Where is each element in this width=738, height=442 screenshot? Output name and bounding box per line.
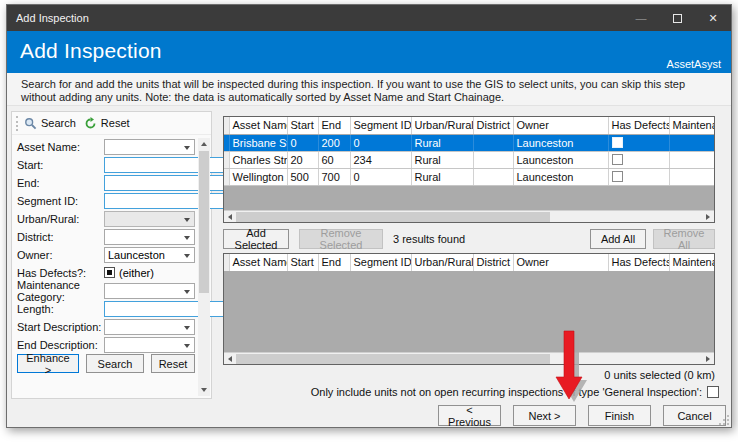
col-start[interactable]: Start [287, 254, 318, 271]
col-maintenance-category[interactable]: Maintenance Category [669, 117, 715, 134]
search-panel: Search Reset Asset Name: Start: [11, 111, 212, 399]
scrollbar-thumb[interactable] [236, 212, 550, 222]
scroll-right-icon[interactable] [702, 353, 714, 365]
scroll-right-icon[interactable] [702, 211, 714, 223]
table-row[interactable]: Wellington Street 500 700 0 Rural Launce… [224, 168, 715, 185]
col-urban-rural[interactable]: Urban/Rural [411, 254, 473, 271]
add-all-button[interactable]: Add All [590, 229, 646, 249]
either-label: (either) [119, 267, 154, 279]
col-has-defects[interactable]: Has Defects? [608, 117, 669, 134]
enhance-button[interactable]: Enhance > [17, 354, 79, 373]
col-district[interactable]: District [473, 254, 513, 271]
maintenance-category-combo[interactable] [104, 283, 195, 299]
panel-buttons: Enhance > Search Reset [17, 354, 195, 373]
panel-search-button[interactable]: Search [86, 354, 144, 373]
results-header-row: Asset Name Start End Segment ID Urban/Ru… [224, 117, 715, 134]
col-start[interactable]: Start [287, 117, 318, 134]
resize-grip-icon[interactable] [719, 415, 729, 425]
finish-button[interactable]: Finish [588, 405, 651, 426]
asset-name-row: Asset Name: [17, 139, 195, 154]
urban-rural-combo [104, 211, 195, 227]
segment-id-label: Segment ID: [17, 195, 104, 207]
has-defects-cell-checkbox[interactable] [612, 171, 623, 182]
col-owner[interactable]: Owner [513, 254, 608, 271]
results-count: 3 results found [393, 233, 465, 245]
grid-action-bar: Add Selected Remove Selected 3 results f… [223, 229, 715, 249]
col-maintenance-category[interactable]: Maintenance Category [669, 254, 715, 271]
table-row[interactable]: Charles Street 20 60 234 Rural Launcesto… [224, 151, 715, 168]
search-icon [24, 117, 37, 130]
scroll-down-icon[interactable] [198, 384, 210, 396]
col-district[interactable]: District [473, 117, 513, 134]
owner-row: Owner: Launceston [17, 247, 195, 262]
end-description-row: End Description: [17, 337, 195, 352]
search-panel-scrollbar[interactable] [198, 138, 210, 396]
scroll-left-icon[interactable] [224, 211, 236, 223]
has-defects-cell-checkbox[interactable] [612, 137, 623, 148]
col-asset-name[interactable]: Asset Name [229, 254, 287, 271]
panel-reset-button[interactable]: Reset [151, 354, 195, 373]
scroll-up-icon[interactable] [198, 138, 210, 150]
segment-id-row: Segment ID: [17, 193, 195, 208]
reset-refresh-icon [84, 117, 97, 130]
chevron-down-icon [184, 146, 190, 150]
toolbar-search-button[interactable]: Search [23, 117, 83, 130]
toolbar-search-label: Search [41, 117, 76, 129]
search-fields: Asset Name: Start: End: Segment ID: Urba… [17, 139, 195, 355]
selected-grid-hscrollbar[interactable] [224, 352, 714, 364]
header-banner: Add Inspection AssetAsyst [7, 31, 731, 73]
has-defects-checkbox[interactable] [104, 267, 115, 278]
owner-combo[interactable]: Launceston [104, 247, 195, 263]
col-owner[interactable]: Owner [513, 117, 608, 134]
maximize-button[interactable] [659, 5, 695, 31]
col-end[interactable]: End [318, 117, 350, 134]
col-end[interactable]: End [318, 254, 350, 271]
screenshot-page: Add Inspection — ✕ Add Inspection AssetA… [0, 0, 738, 442]
scrollbar-thumb[interactable] [199, 151, 209, 293]
next-button[interactable]: Next > [513, 405, 576, 426]
district-combo[interactable] [104, 229, 195, 245]
table-row[interactable]: Brisbane Street 0 200 0 Rural Launceston [224, 134, 715, 151]
description-text: Search for and add the units that will b… [7, 73, 731, 106]
toolbar-reset-button[interactable]: Reset [83, 117, 137, 130]
maintenance-category-row: Maintenance Category: [17, 283, 195, 298]
recurring-filter-label: Only include units not on open recurring… [311, 386, 702, 398]
district-label: District: [17, 231, 104, 243]
previous-button[interactable]: < Previous [438, 405, 501, 426]
col-has-defects[interactable]: Has Defects? [608, 254, 669, 271]
add-inspection-dialog: Add Inspection — ✕ Add Inspection AssetA… [6, 4, 732, 428]
end-description-label: End Description: [17, 339, 104, 351]
maintenance-category-label: Maintenance Category: [17, 279, 104, 303]
chevron-down-icon [184, 344, 190, 348]
end-description-combo[interactable] [104, 337, 195, 353]
col-segment-id[interactable]: Segment ID [350, 254, 411, 271]
results-grid-hscrollbar[interactable] [224, 210, 714, 222]
recurring-filter-row: Only include units not on open recurring… [311, 386, 719, 398]
has-defects-cell-checkbox[interactable] [612, 154, 623, 165]
start-description-label: Start Description: [17, 321, 104, 333]
col-asset-name[interactable]: Asset Name [229, 117, 287, 134]
asset-name-combo[interactable] [104, 139, 195, 155]
scroll-left-icon[interactable] [224, 353, 236, 365]
col-urban-rural[interactable]: Urban/Rural [411, 117, 473, 134]
search-toolbar: Search Reset [12, 112, 211, 135]
chevron-down-icon [184, 218, 190, 222]
asset-name-label: Asset Name: [17, 141, 104, 153]
urban-rural-label: Urban/Rural: [17, 213, 104, 225]
add-selected-button[interactable]: Add Selected [223, 229, 289, 249]
chevron-down-icon [184, 254, 190, 258]
owner-label: Owner: [17, 249, 104, 261]
district-row: District: [17, 229, 195, 244]
toolbar-reset-label: Reset [101, 117, 130, 129]
close-button[interactable]: ✕ [695, 5, 731, 31]
window-title: Add Inspection [7, 12, 623, 24]
length-row: Length: [17, 301, 195, 316]
start-description-combo[interactable] [104, 319, 195, 335]
cancel-button[interactable]: Cancel [663, 405, 726, 426]
scrollbar-thumb[interactable] [236, 354, 550, 364]
wizard-buttons: < Previous Next > Finish Cancel [438, 405, 726, 426]
results-grid: Asset Name Start End Segment ID Urban/Ru… [223, 116, 715, 223]
end-row: End: [17, 175, 195, 190]
col-segment-id[interactable]: Segment ID [350, 117, 411, 134]
recurring-filter-checkbox[interactable] [707, 386, 719, 398]
